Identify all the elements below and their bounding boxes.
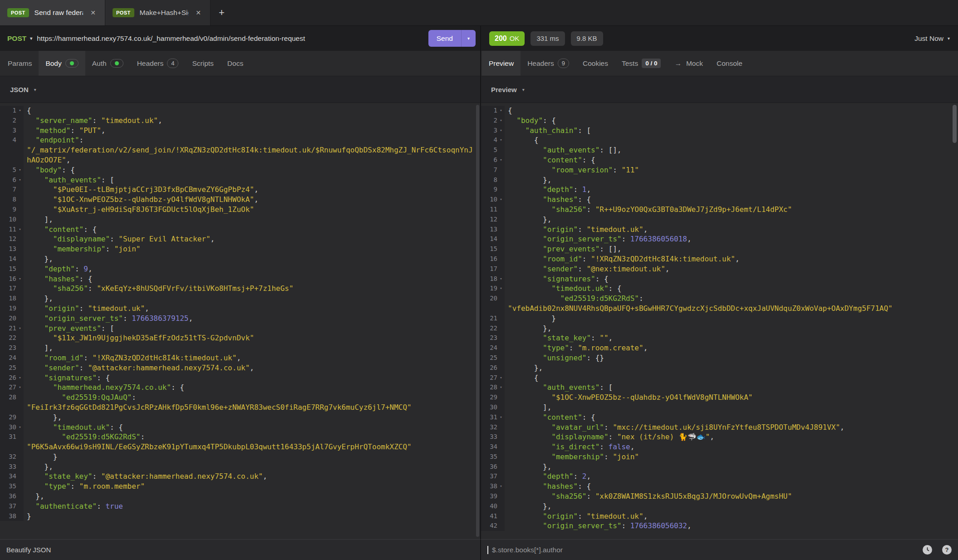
code-line[interactable]: 25 "unsigned": {}	[481, 353, 958, 363]
workspace-tab-make-hash-sign[interactable]: POST Make+Hash+Sign... ✕	[105, 0, 211, 25]
code-line[interactable]: 42 "origin_server_ts": 1766386056032,	[481, 521, 958, 531]
fold-arrow-icon[interactable]: ▾	[497, 383, 505, 393]
code-line[interactable]: 6▾ "auth_events": [	[0, 175, 480, 185]
code-line[interactable]: 27▾ {	[481, 373, 958, 383]
code-line[interactable]: 24 "room_id": "!XRqZN3zQD2dtHc8I4k:timed…	[0, 353, 480, 363]
tab-headers[interactable]: Headers 4	[130, 51, 186, 76]
code-line[interactable]: 27▾ "hammerhead.nexy7574.co.uk": {	[0, 383, 480, 393]
code-line[interactable]: 18 },	[0, 294, 480, 304]
code-line[interactable]: 2 "server_name": "timedout.uk",	[0, 116, 480, 126]
help-icon[interactable]: ?	[942, 545, 952, 555]
code-line[interactable]: 7 "$Pue0EI--tLBmjptjaCCrj3D3fxBpCBmveZY6…	[0, 185, 480, 195]
code-line[interactable]: 32 "avatar_url": "mxc://timedout.uk/sji8…	[481, 422, 958, 432]
tab-scripts[interactable]: Scripts	[185, 51, 220, 76]
fold-arrow-icon[interactable]: ▾	[16, 165, 24, 175]
code-line[interactable]: 10 ],	[0, 215, 480, 225]
code-line[interactable]: 36 },	[481, 462, 958, 472]
code-line[interactable]: 11 "sha256": "R++U9ozYO0QxG3BT0a3DWeJ7jZ…	[481, 205, 958, 215]
code-line[interactable]: 17 "sha256": "xKeEqYz+8hUSQdFVrFv/itbiVK…	[0, 284, 480, 294]
fold-arrow-icon[interactable]: ▾	[497, 373, 505, 383]
fold-arrow-icon[interactable]: ▾	[16, 383, 24, 393]
code-line[interactable]: 39 "sha256": "xk0Z8WAIM8S1zksRJU5xBqg3J/…	[481, 491, 958, 501]
tab-preview[interactable]: Preview	[482, 51, 521, 76]
code-line[interactable]: 23 "state_key": "",	[481, 333, 958, 343]
code-line[interactable]: 40 },	[481, 501, 958, 511]
code-line[interactable]: 8 },	[481, 175, 958, 185]
code-line[interactable]: 23 ],	[0, 343, 480, 353]
tab-params[interactable]: Params	[1, 51, 39, 76]
beautify-json-button[interactable]: Beautify JSON	[6, 546, 51, 554]
new-tab-button[interactable]: +	[211, 0, 233, 25]
tab-mock[interactable]: → Mock	[668, 51, 710, 76]
code-line[interactable]: 3 "method": "PUT",	[0, 126, 480, 136]
fold-arrow-icon[interactable]: ▾	[497, 195, 505, 205]
code-line[interactable]: 7 "room_version": "11"	[481, 165, 958, 175]
fold-arrow-icon[interactable]: ▾	[16, 373, 24, 383]
fold-arrow-icon[interactable]: ▾	[497, 274, 505, 284]
code-line[interactable]: 30 ],	[481, 403, 958, 413]
code-line[interactable]: 18▾ "signatures": {	[481, 274, 958, 284]
code-line[interactable]: 9 "$XuAstr_j-eH9diSqF8J6T3FGDUct5lOqXjBe…	[0, 205, 480, 215]
fold-arrow-icon[interactable]: ▾	[16, 225, 24, 235]
code-line[interactable]: 29 "$1OC-XnwPEOZ5bz--qUahdbz-yO4lfWdV8gN…	[481, 393, 958, 403]
code-line[interactable]: 22 "$11x_JW1n9UjggjhekD35aEfFzOdz51tTS-G…	[0, 333, 480, 343]
fold-arrow-icon[interactable]: ▾	[497, 155, 505, 165]
response-view-dropdown[interactable]: Preview	[491, 86, 517, 93]
code-line[interactable]: 28▾ "auth_events": [	[481, 383, 958, 393]
code-line[interactable]: 21▾ "prev_events": [	[0, 324, 480, 334]
tab-tests[interactable]: Tests 0 / 0	[615, 51, 668, 76]
fold-arrow-icon[interactable]: ▾	[497, 135, 505, 145]
code-line[interactable]: 1▾{	[481, 106, 958, 116]
code-line[interactable]: 31▾ "content": {	[481, 413, 958, 422]
code-line[interactable]: 13 "membership": "join"	[0, 244, 480, 254]
fold-arrow-icon[interactable]: ▾	[497, 284, 505, 294]
code-line[interactable]: 38▾ "hashes": {	[481, 481, 958, 491]
code-line[interactable]: 38}	[0, 511, 480, 521]
code-line[interactable]: 2▾ "body": {	[481, 116, 958, 126]
code-line[interactable]: 34 "is_direct": false,	[481, 442, 958, 452]
code-line[interactable]: 20 "origin_server_ts": 1766386379125,	[0, 314, 480, 324]
fold-arrow-icon[interactable]: ▾	[16, 106, 24, 116]
request-scrollbar[interactable]	[476, 105, 479, 537]
code-line[interactable]: 16▾ "hashes": {	[0, 274, 480, 284]
close-icon[interactable]: ✕	[194, 8, 203, 17]
code-line[interactable]: 1▾{	[0, 106, 480, 116]
code-line[interactable]: 25 "sender": "@attacker:hammerhead.nexy7…	[0, 363, 480, 373]
fold-arrow-icon[interactable]: ▾	[497, 413, 505, 422]
send-button[interactable]: Send ▾	[428, 30, 476, 47]
code-line[interactable]: 3▾ "auth_chain": [	[481, 126, 958, 136]
history-clock-icon[interactable]	[923, 545, 932, 555]
code-line[interactable]: 37 "authenticate": true	[0, 501, 480, 511]
code-line[interactable]: 15 "depth": 9,	[0, 264, 480, 274]
code-line[interactable]: 33 },	[0, 462, 480, 472]
fold-arrow-icon[interactable]: ▾	[16, 274, 24, 284]
code-line[interactable]: 35 "membership": "join"	[481, 452, 958, 462]
tab-cookies[interactable]: Cookies	[576, 51, 615, 76]
code-line[interactable]: 14 },	[0, 254, 480, 264]
code-line[interactable]: 15 "prev_events": [],	[481, 244, 958, 254]
code-line[interactable]: 34 "state_key": "@attacker:hammerhead.ne…	[0, 472, 480, 481]
fold-arrow-icon[interactable]: ▾	[497, 126, 505, 136]
code-line[interactable]: 5▾ "body": {	[0, 165, 480, 175]
code-line[interactable]: 16 "room_id": "!XRqZN3zQD2dtHc8I4k:timed…	[481, 254, 958, 264]
code-line[interactable]: 31 "ed25519:d5KG2RdS": "P6K5aAvx66wi9sH9…	[0, 432, 480, 452]
code-line[interactable]: 13 "origin": "timedout.uk",	[481, 225, 958, 235]
close-icon[interactable]: ✕	[88, 8, 98, 17]
code-line[interactable]: 8 "$1OC-XnwPEOZ5bz--qUahdbz-yO4lfWdV8gNT…	[0, 195, 480, 205]
code-line[interactable]: 24 "type": "m.room.create",	[481, 343, 958, 353]
method-select[interactable]: POST ▾	[7, 34, 32, 43]
code-line[interactable]: 37 "depth": 2,	[481, 472, 958, 481]
code-line[interactable]: 4 "endpoint": "/_matrix/federation/v2/se…	[0, 135, 480, 165]
fold-arrow-icon[interactable]: ▾	[16, 324, 24, 334]
code-line[interactable]: 12 "displayname": "Super Evil Attacker",	[0, 234, 480, 244]
code-line[interactable]: 33 "displayname": "nex (it/she) 🐈🦈🐟",	[481, 432, 958, 442]
tab-body[interactable]: Body	[39, 51, 85, 76]
code-line[interactable]: 12 },	[481, 215, 958, 225]
fold-arrow-icon[interactable]: ▾	[497, 106, 505, 116]
response-preview-editor[interactable]: 1▾{2▾ "body": {3▾ "auth_chain": [4▾ {5 "…	[480, 103, 958, 539]
url-input[interactable]: https://hammerhead.nexy7574.co.uk/_hamme…	[37, 34, 421, 43]
fold-arrow-icon[interactable]: ▾	[16, 422, 24, 432]
code-line[interactable]: 20 "ed25519:d5KG2RdS": "vfebAdib02nx8NUV…	[481, 294, 958, 314]
tab-docs[interactable]: Docs	[221, 51, 250, 76]
workspace-tab-send-raw-federation[interactable]: POST Send raw federati... ✕	[0, 0, 105, 25]
